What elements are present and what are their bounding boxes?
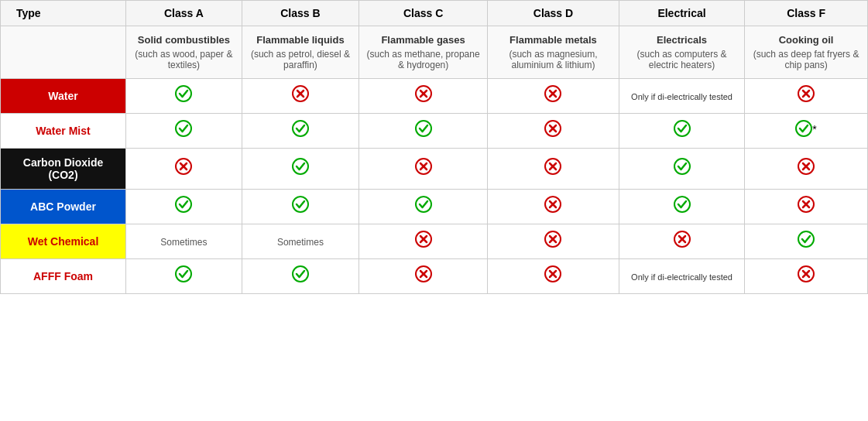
water-class-a — [126, 79, 242, 114]
class-c-detail: (such as methane, propane & hydrogen) — [367, 49, 480, 70]
yes-icon — [175, 267, 192, 286]
class-a-header: Class A — [126, 1, 242, 26]
type-header: Type — [1, 1, 126, 26]
yes-icon — [292, 159, 309, 179]
class-b-header: Class B — [242, 1, 359, 26]
class-d-bold: Flammable metals — [492, 34, 614, 46]
no-icon — [798, 267, 815, 286]
class-d-detail: (such as magnesium, aluminium & lithium) — [509, 49, 597, 70]
sometimes-text: Sometimes — [160, 237, 207, 248]
no-icon — [175, 159, 192, 179]
water-mist-class-f: * — [745, 114, 868, 149]
co2-class-b — [242, 149, 359, 190]
afff-label: AFFF Foam — [1, 259, 126, 294]
header-row: Type Class A Class B Class C Class D Ele… — [1, 1, 868, 26]
no-icon — [415, 232, 432, 252]
fire-extinguisher-table: Type Class A Class B Class C Class D Ele… — [0, 0, 868, 294]
row-water: Water Only if di-electrically tested — [1, 79, 868, 114]
no-icon — [415, 267, 432, 286]
class-b-detail: (such as petrol, diesel & paraffin) — [251, 49, 350, 70]
only-di-text: Only if di-electrically tested — [631, 92, 732, 101]
wet-chemical-class-c — [359, 224, 488, 259]
star-marker: * — [812, 123, 816, 135]
yes-icon — [674, 197, 691, 217]
yes-icon — [415, 197, 432, 217]
electrical-detail: (such as computers & electric heaters) — [636, 49, 726, 70]
water-class-c — [359, 79, 488, 114]
row-abc: ABC Powder — [1, 190, 868, 224]
class-d-header: Class D — [488, 1, 619, 26]
yes-icon — [175, 87, 192, 106]
class-c-header: Class C — [359, 1, 488, 26]
afff-electrical: Only if di-electrically tested — [619, 259, 744, 294]
abc-class-a — [126, 190, 242, 224]
no-icon — [292, 87, 309, 106]
row-co2: Carbon Dioxide (CO2) — [1, 149, 868, 190]
yes-icon — [415, 122, 432, 141]
water-mist-class-d — [488, 114, 619, 149]
afff-class-d — [488, 259, 619, 294]
svg-point-35 — [176, 197, 191, 212]
type-subheader — [1, 26, 126, 79]
water-mist-class-c — [359, 114, 488, 149]
svg-point-36 — [293, 197, 308, 212]
svg-point-41 — [674, 197, 690, 212]
electrical-subheader: Electricals (such as computers & electri… — [619, 26, 744, 79]
class-f-bold: Cooking oil — [750, 34, 863, 46]
no-icon — [544, 87, 561, 106]
class-a-bold: Solid combustibles — [131, 34, 237, 46]
water-class-b — [242, 79, 359, 114]
water-mist-class-b — [242, 114, 359, 149]
no-icon — [415, 159, 432, 179]
class-f-header: Class F — [745, 1, 868, 26]
svg-point-20 — [796, 121, 811, 136]
yes-icon — [175, 197, 192, 217]
class-a-subheader: Solid combustibles (such as wood, paper … — [126, 26, 242, 79]
no-icon — [674, 232, 691, 252]
afff-class-f — [745, 259, 868, 294]
abc-label: ABC Powder — [1, 190, 126, 224]
water-mist-class-a — [126, 114, 242, 149]
yes-icon — [175, 122, 192, 141]
class-b-subheader: Flammable liquids (such as petrol, diese… — [242, 26, 359, 79]
no-icon — [544, 267, 561, 286]
no-icon — [798, 87, 815, 106]
abc-class-f — [745, 190, 868, 224]
co2-electrical — [619, 149, 744, 190]
class-f-subheader: Cooking oil (such as deep fat fryers & c… — [745, 26, 868, 79]
svg-point-14 — [293, 121, 308, 136]
no-icon — [544, 197, 561, 217]
svg-point-55 — [176, 266, 191, 282]
yes-icon — [674, 159, 691, 179]
wet-chemical-class-f — [745, 224, 868, 259]
abc-electrical — [619, 190, 744, 224]
no-icon — [798, 197, 815, 217]
svg-point-15 — [416, 121, 431, 136]
abc-class-b — [242, 190, 359, 224]
yes-icon — [674, 122, 691, 141]
svg-point-0 — [176, 86, 191, 101]
afff-class-a — [126, 259, 242, 294]
class-a-detail: (such as wood, paper & textiles) — [135, 49, 232, 70]
svg-point-31 — [674, 159, 690, 174]
wet-chemical-class-b: Sometimes — [242, 224, 359, 259]
row-wet-chemical: Wet Chemical Sometimes Sometimes — [1, 224, 868, 259]
yes-icon — [798, 232, 815, 252]
abc-class-c — [359, 190, 488, 224]
only-di-text: Only if di-electrically tested — [631, 272, 732, 282]
co2-class-c — [359, 149, 488, 190]
yes-icon — [292, 122, 309, 141]
class-b-bold: Flammable liquids — [247, 34, 354, 46]
wet-chemical-class-a: Sometimes — [126, 224, 242, 259]
co2-class-a — [126, 149, 242, 190]
abc-class-d — [488, 190, 619, 224]
afff-class-b — [242, 259, 359, 294]
wet-chemical-electrical — [619, 224, 744, 259]
water-mist-label: Water Mist — [1, 114, 126, 149]
svg-point-13 — [176, 121, 191, 136]
water-class-d — [488, 79, 619, 114]
co2-class-f — [745, 149, 868, 190]
class-c-bold: Flammable gases — [364, 34, 482, 46]
afff-class-c — [359, 259, 488, 294]
svg-point-19 — [674, 121, 690, 136]
